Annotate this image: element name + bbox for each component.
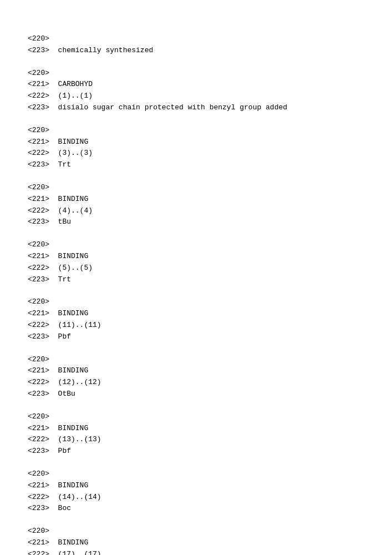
entry-line: <222> (12)..(12) (28, 377, 364, 389)
entry-line: <222> (3)..(3) (28, 148, 364, 159)
entry-block-4: <220><221> BINDING<222> (5)..(5)<223> Tr… (28, 239, 364, 285)
entry-line: <223> Pbf (28, 446, 364, 457)
entry-line: <220> (28, 182, 364, 194)
entry-line: <220> (28, 468, 364, 480)
entry-line: <223> chemically synthesized (28, 45, 364, 57)
entry-line: <221> BINDING (28, 308, 364, 320)
entry-line: <222> (13)..(13) (28, 434, 364, 446)
entry-line: <220> (28, 354, 364, 366)
entry-block-7: <220><221> BINDING<222> (13)..(13)<223> … (28, 411, 364, 457)
entry-line: <223> OtBu (28, 389, 364, 400)
entry-line: <220> (28, 239, 364, 251)
entry-line: <220> (28, 68, 364, 79)
entry-line: <223> Boc (28, 503, 364, 514)
entry-line: <222> (11)..(11) (28, 320, 364, 331)
entry-line: <222> (5)..(5) (28, 263, 364, 274)
entry-line: <222> (17)..(17) (28, 549, 364, 555)
entry-line: <220> (28, 411, 364, 423)
entry-line: <220> (28, 125, 364, 137)
entry-block-6: <220><221> BINDING<222> (12)..(12)<223> … (28, 354, 364, 400)
entry-line: <223> Trt (28, 274, 364, 286)
entry-block-0: <220><223> chemically synthesized (28, 33, 364, 57)
entry-block-8: <220><221> BINDING<222> (14)..(14)<223> … (28, 468, 364, 514)
entry-line: <221> BINDING (28, 251, 364, 263)
entry-line: <220> (28, 33, 364, 45)
entry-line: <221> BINDING (28, 137, 364, 148)
entry-line: <221> BINDING (28, 423, 364, 435)
page-content: <220><223> chemically synthesized<220><2… (0, 0, 392, 555)
entry-line: <223> tBu (28, 216, 364, 228)
entry-line: <221> CARBOHYD (28, 79, 364, 90)
entry-line: <222> (1)..(1) (28, 90, 364, 102)
entry-line: <220> (28, 526, 364, 537)
entry-line: <223> Trt (28, 159, 364, 171)
entry-line: <221> BINDING (28, 194, 364, 205)
entry-line: <223> Pbf (28, 331, 364, 343)
entry-line: <222> (14)..(14) (28, 492, 364, 503)
entry-line: <220> (28, 296, 364, 308)
entry-line: <221> BINDING (28, 365, 364, 377)
entry-line: <223> disialo sugar chain protected with… (28, 102, 364, 114)
entry-line: <221> BINDING (28, 480, 364, 492)
entry-block-5: <220><221> BINDING<222> (11)..(11)<223> … (28, 296, 364, 342)
entry-block-3: <220><221> BINDING<222> (4)..(4)<223> tB… (28, 182, 364, 228)
entry-line: <222> (4)..(4) (28, 205, 364, 217)
entry-block-9: <220><221> BINDING<222> (17)..(17)<223> … (28, 526, 364, 555)
entry-line: <221> BINDING (28, 537, 364, 549)
entry-block-1: <220><221> CARBOHYD<222> (1)..(1)<223> d… (28, 68, 364, 114)
entry-block-2: <220><221> BINDING<222> (3)..(3)<223> Tr… (28, 125, 364, 171)
